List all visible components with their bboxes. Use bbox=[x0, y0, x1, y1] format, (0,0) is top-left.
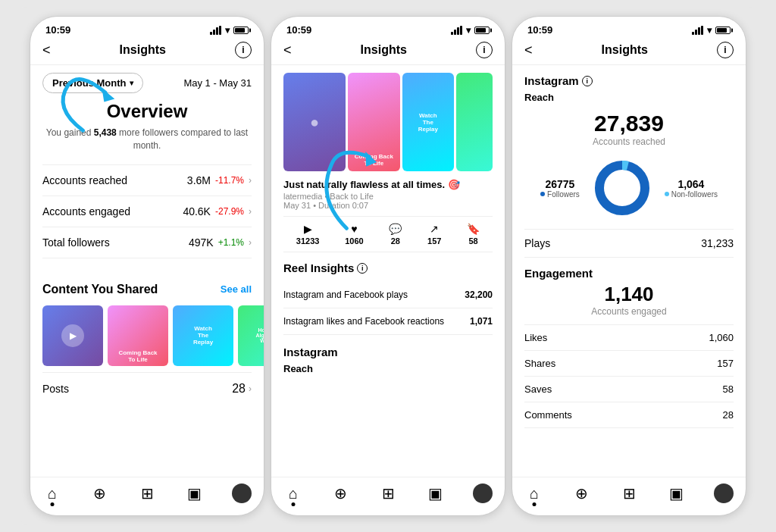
nav-title-3: Insights bbox=[602, 43, 648, 57]
phone-1: 10:59 ▾ < Insights i Previ bbox=[30, 16, 264, 516]
tab-add-3[interactable]: ⊞ bbox=[619, 483, 639, 503]
time-3: 10:59 bbox=[527, 24, 552, 36]
signal-icon-2 bbox=[451, 26, 462, 35]
stat-accounts-reached[interactable]: Accounts reached 3.6M -11.7% › bbox=[42, 165, 252, 196]
stats-list: Accounts reached 3.6M -11.7% › Accounts … bbox=[42, 164, 252, 258]
reel-stat-saves: 🔖 58 bbox=[467, 223, 480, 246]
info-button-1[interactable]: i bbox=[235, 42, 252, 58]
wifi-icon-2: ▾ bbox=[466, 25, 471, 36]
reel-title: Just naturally flawless at all times. 🎯 bbox=[283, 179, 493, 190]
p3-reach: Reach bbox=[524, 92, 734, 103]
back-button-1[interactable]: < bbox=[42, 42, 51, 58]
reel-insights: Reel Insights i Instagram and Facebook p… bbox=[271, 252, 505, 335]
plays-row: Plays 31,233 bbox=[524, 229, 734, 258]
p3-accounts-reached: 27,839 bbox=[524, 111, 734, 136]
info-button-3[interactable]: i bbox=[717, 42, 734, 58]
followers-legend: Followers bbox=[540, 190, 580, 199]
followers-highlight: 5,438 bbox=[94, 127, 117, 138]
donut-chart bbox=[592, 158, 652, 218]
tab-profile-3[interactable] bbox=[714, 483, 734, 503]
info-button-2[interactable]: i bbox=[476, 42, 493, 58]
tab-profile-2[interactable] bbox=[473, 483, 493, 503]
status-icons-3: ▾ bbox=[692, 25, 731, 36]
tab-search-1[interactable]: ⊕ bbox=[90, 483, 110, 503]
see-all-button[interactable]: See all bbox=[221, 283, 252, 295]
reel-img-2[interactable]: WatchTheReplay bbox=[402, 73, 454, 171]
wifi-icon-3: ▾ bbox=[707, 25, 712, 36]
stat-change-0: -11.7% bbox=[215, 175, 244, 186]
overview-title: Overview bbox=[42, 101, 252, 122]
stat-total-followers[interactable]: Total followers 497K +1.1% › bbox=[42, 227, 252, 258]
signal-icon bbox=[210, 26, 221, 35]
eng-stat-shares: Shares157 bbox=[524, 351, 734, 377]
reel-img-0[interactable]: ● bbox=[283, 73, 346, 171]
comments-value: 28 bbox=[391, 236, 400, 246]
tab-profile-1[interactable] bbox=[232, 483, 252, 503]
reel-insight-item-0: Instagram and Facebook plays 32,200 bbox=[283, 282, 493, 308]
back-button-2[interactable]: < bbox=[283, 42, 292, 58]
filter-bar-1: Previous Month ▾ May 1 - May 31 bbox=[30, 65, 264, 101]
tab-reels-1[interactable]: ▣ bbox=[185, 483, 205, 503]
phone1-content: Previous Month ▾ May 1 - May 31 Overview… bbox=[30, 65, 264, 477]
heart-icon: ♥ bbox=[351, 223, 357, 235]
reel-info: Just naturally flawless at all times. 🎯 … bbox=[271, 171, 505, 252]
nav-title-2: Insights bbox=[361, 43, 407, 57]
followers-label: Followers bbox=[547, 190, 580, 199]
stat-value-2: 497K bbox=[189, 236, 214, 249]
posts-row[interactable]: Posts 28 › bbox=[42, 372, 252, 396]
eng-stat-likes: Likes1,060 bbox=[524, 325, 734, 351]
chevron-right-icon-2: › bbox=[249, 237, 252, 248]
chevron-down-icon: ▾ bbox=[130, 79, 133, 87]
reel-stats-row: ▶ 31233 ♥ 1060 💬 28 ↗ 157 bbox=[283, 216, 493, 252]
reel-img-3[interactable] bbox=[456, 73, 493, 171]
stat-accounts-engaged[interactable]: Accounts engaged 40.6K -27.9% › bbox=[42, 196, 252, 227]
phone3-content: Instagram i Reach 27,839 Accounts reache… bbox=[512, 65, 746, 477]
likes-value: 1060 bbox=[345, 236, 363, 246]
filter-label-1: Previous Month bbox=[52, 77, 127, 89]
reel-stat-plays: ▶ 31233 bbox=[296, 223, 320, 246]
status-icons-1: ▾ bbox=[210, 25, 249, 36]
content-thumb-2[interactable]: WatchTheReplay bbox=[173, 305, 233, 366]
time-2: 10:59 bbox=[286, 24, 311, 36]
stat-value-group-2: 497K +1.1% › bbox=[189, 236, 252, 249]
legend-nonfollowers: 1,064 Non-followers bbox=[665, 178, 718, 199]
tab-search-3[interactable]: ⊕ bbox=[572, 483, 592, 503]
plays-value: 31233 bbox=[296, 236, 320, 246]
engagement-label: Accounts engaged bbox=[524, 306, 734, 317]
tab-home-1[interactable]: ⌂ bbox=[42, 483, 62, 503]
tab-reels-2[interactable]: ▣ bbox=[426, 483, 446, 503]
posts-count: 28 bbox=[232, 382, 246, 396]
reel-insights-info-icon: i bbox=[357, 263, 368, 274]
content-thumb-3[interactable]: How theAlgorithmWorks bbox=[238, 305, 264, 366]
eng-stat-comments: Comments28 bbox=[524, 402, 734, 428]
stat-label-1: Accounts engaged bbox=[42, 205, 130, 217]
reel-stat-comments: 💬 28 bbox=[389, 223, 402, 246]
tab-home-2[interactable]: ⌂ bbox=[283, 483, 303, 503]
stat-label-2: Total followers bbox=[42, 236, 110, 249]
play-icon: ▶ bbox=[304, 223, 312, 235]
content-section-title: Content You Shared bbox=[42, 283, 158, 296]
p3-accounts-reached-label: Accounts reached bbox=[524, 136, 734, 147]
nav-title-1: Insights bbox=[120, 43, 166, 57]
tab-reels-3[interactable]: ▣ bbox=[667, 483, 687, 503]
instagram-section-2: Instagram Reach bbox=[271, 335, 505, 374]
engagement-title: Engagement bbox=[524, 267, 734, 280]
content-thumb-1[interactable]: Coming BackTo Life bbox=[108, 305, 168, 366]
overview-subtitle: You gained 5,438 more followers compared… bbox=[42, 127, 252, 152]
filter-button-1[interactable]: Previous Month ▾ bbox=[42, 73, 143, 93]
nonfollowers-legend: Non-followers bbox=[665, 190, 718, 199]
back-button-3[interactable]: < bbox=[524, 42, 533, 58]
followers-dot bbox=[540, 192, 545, 196]
p3-main: Instagram i Reach 27,839 Accounts reache… bbox=[512, 65, 746, 428]
reel-img-1[interactable]: Coming BackTo Life bbox=[348, 73, 399, 171]
tab-bar-2: ⌂ ⊕ ⊞ ▣ bbox=[271, 477, 505, 515]
tab-add-2[interactable]: ⊞ bbox=[378, 483, 398, 503]
stat-change-2: +1.1% bbox=[218, 237, 244, 248]
content-thumb-0[interactable]: ▶ bbox=[42, 305, 103, 366]
stat-value-group-1: 40.6K -27.9% › bbox=[183, 205, 252, 217]
tab-add-1[interactable]: ⊞ bbox=[137, 483, 157, 503]
tab-search-2[interactable]: ⊕ bbox=[331, 483, 351, 503]
stat-label-0: Accounts reached bbox=[42, 174, 127, 186]
nonfollowers-label: Non-followers bbox=[671, 190, 718, 199]
tab-home-3[interactable]: ⌂ bbox=[524, 483, 544, 503]
